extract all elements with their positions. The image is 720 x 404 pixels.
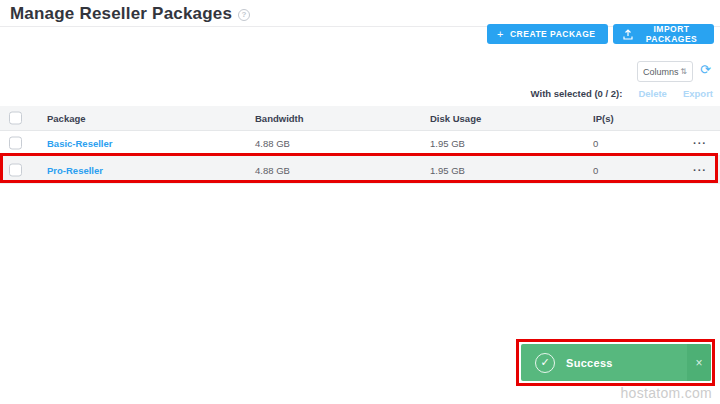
ips-value: 0 (593, 164, 598, 175)
disk-usage-value: 1.95 GB (430, 138, 465, 149)
create-package-label: CREATE PACKAGE (510, 29, 596, 39)
table-row-basic-reseller: Basic-Reseller 4.88 GB 1.95 GB 0 ··· (0, 131, 720, 156)
table-row-pro-reseller: Pro-Reseller 4.88 GB 1.95 GB 0 ··· (0, 156, 720, 184)
with-selected-bar: With selected (0 / 2): Delete Export (531, 88, 713, 99)
manage-reseller-packages-page: Manage Reseller Packages ? + CREATE PACK… (0, 0, 720, 404)
row-checkbox[interactable] (9, 163, 22, 176)
table-header-row: Package Bandwidth Disk Usage IP(s) (0, 106, 720, 131)
import-packages-button[interactable]: IMPORT PACKAGES (613, 24, 714, 44)
column-header-ips[interactable]: IP(s) (593, 113, 614, 124)
bandwidth-value: 4.88 GB (255, 164, 290, 175)
page-title: Manage Reseller Packages ? (10, 4, 250, 24)
toast-close-icon[interactable]: × (687, 344, 711, 381)
watermark-text: hostatom.com (620, 385, 712, 401)
page-title-text: Manage Reseller Packages (10, 4, 232, 24)
success-toast: ✓ Success × (521, 344, 711, 381)
column-header-package[interactable]: Package (47, 113, 86, 124)
columns-dropdown-label: Columns (643, 67, 679, 77)
delete-button[interactable]: Delete (638, 88, 667, 99)
plus-icon: + (497, 29, 504, 40)
refresh-icon[interactable]: ⟳ (700, 63, 711, 76)
package-link[interactable]: Basic-Reseller (47, 138, 112, 149)
export-button[interactable]: Export (683, 88, 713, 99)
create-package-button[interactable]: + CREATE PACKAGE (487, 24, 608, 44)
packages-table: Package Bandwidth Disk Usage IP(s) Basic… (0, 106, 720, 184)
check-circle-icon: ✓ (535, 353, 555, 373)
import-packages-label: IMPORT PACKAGES (639, 24, 704, 44)
toast-message: Success (566, 357, 613, 369)
with-selected-label: With selected (0 / 2): (531, 88, 623, 99)
chevron-updown-icon: ⇅ (680, 67, 687, 76)
columns-dropdown[interactable]: Columns ⇅ (637, 61, 693, 82)
package-link[interactable]: Pro-Reseller (47, 164, 103, 175)
ellipsis-menu-icon[interactable]: ··· (693, 164, 707, 176)
upload-icon (623, 29, 633, 40)
select-all-checkbox[interactable] (9, 112, 22, 125)
row-checkbox[interactable] (9, 137, 22, 150)
header-divider (0, 26, 720, 27)
help-icon[interactable]: ? (238, 9, 250, 21)
column-header-disk-usage[interactable]: Disk Usage (430, 113, 481, 124)
ellipsis-menu-icon[interactable]: ··· (693, 137, 707, 149)
disk-usage-value: 1.95 GB (430, 164, 465, 175)
ips-value: 0 (593, 138, 598, 149)
bandwidth-value: 4.88 GB (255, 138, 290, 149)
column-header-bandwidth[interactable]: Bandwidth (255, 113, 304, 124)
